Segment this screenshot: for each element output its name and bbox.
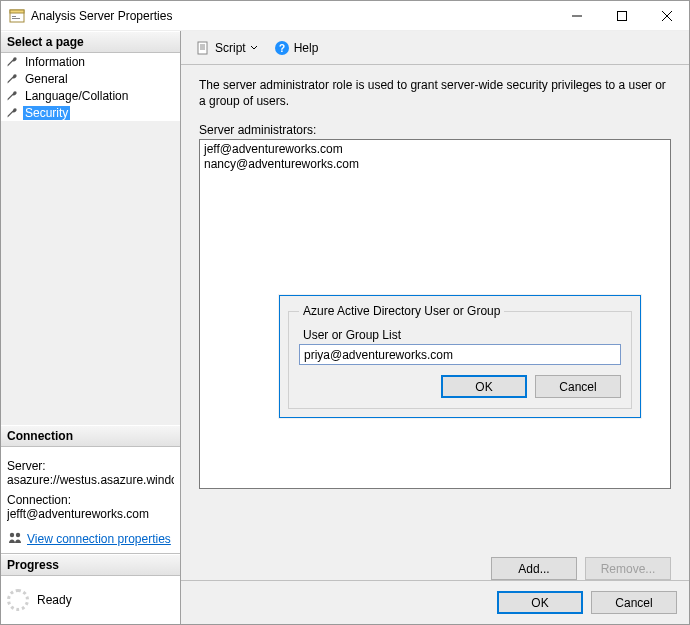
connection-section: Server: asazure://westus.asazure.windows… <box>1 447 180 554</box>
script-label: Script <box>215 41 246 55</box>
page-item-language-collation[interactable]: Language/Collation <box>1 87 180 104</box>
user-group-list-label: User or Group List <box>303 328 621 342</box>
progress-status: Ready <box>37 593 72 607</box>
dialog-group-title: Azure Active Directory User or Group <box>299 304 504 318</box>
progress-section: Ready <box>1 576 180 624</box>
svg-text:?: ? <box>279 43 285 54</box>
admins-label: Server administrators: <box>199 123 671 137</box>
page-item-security[interactable]: Security <box>1 104 180 121</box>
wrench-icon <box>5 72 19 86</box>
connection-value: jefft@adventureworks.com <box>7 507 174 521</box>
remove-button[interactable]: Remove... <box>585 557 671 580</box>
svg-point-5 <box>10 533 14 537</box>
server-label: Server: <box>7 459 174 473</box>
properties-icon <box>9 8 25 24</box>
minimize-button[interactable] <box>554 1 599 31</box>
maximize-button[interactable] <box>599 1 644 31</box>
user-group-list-input[interactable] <box>299 344 621 365</box>
svg-rect-3 <box>12 18 20 19</box>
help-icon: ? <box>274 40 290 56</box>
page-label: Information <box>23 55 87 69</box>
svg-rect-1 <box>10 10 24 13</box>
wrench-icon <box>5 89 19 103</box>
page-list: Information General Language/Collation S… <box>1 53 180 121</box>
progress-header: Progress <box>1 554 180 576</box>
window-title: Analysis Server Properties <box>31 9 554 23</box>
dialog-fieldset: Azure Active Directory User or Group Use… <box>288 304 632 409</box>
ok-button[interactable]: OK <box>497 591 583 614</box>
dialog-footer: OK Cancel <box>181 580 689 624</box>
titlebar: Analysis Server Properties <box>1 1 689 31</box>
svg-rect-7 <box>198 42 207 54</box>
dialog-ok-button[interactable]: OK <box>441 375 527 398</box>
list-item[interactable]: jeff@adventureworks.com <box>204 142 666 157</box>
progress-spinner-icon <box>7 589 29 611</box>
close-button[interactable] <box>644 1 689 31</box>
list-buttons-row: Add... Remove... <box>181 549 689 580</box>
dialog-cancel-button[interactable]: Cancel <box>535 375 621 398</box>
server-value: asazure://westus.asazure.windows <box>7 473 174 487</box>
aad-user-group-dialog: Azure Active Directory User or Group Use… <box>279 295 641 418</box>
script-button[interactable]: Script <box>189 36 264 60</box>
toolbar: Script ? Help <box>181 31 689 65</box>
page-label: Language/Collation <box>23 89 130 103</box>
add-button[interactable]: Add... <box>491 557 577 580</box>
content-area: The server administrator role is used to… <box>181 65 689 549</box>
page-label: Security <box>23 106 70 120</box>
page-item-general[interactable]: General <box>1 70 180 87</box>
svg-point-6 <box>16 533 20 537</box>
help-label: Help <box>294 41 319 55</box>
cancel-button[interactable]: Cancel <box>591 591 677 614</box>
connection-header: Connection <box>1 425 180 447</box>
right-panel: Script ? Help The server administrator r… <box>181 31 689 624</box>
connection-properties-icon <box>7 531 23 547</box>
script-icon <box>195 40 211 56</box>
svg-rect-2 <box>12 16 16 17</box>
select-page-header: Select a page <box>1 31 180 53</box>
page-label: General <box>23 72 70 86</box>
connection-label: Connection: <box>7 493 174 507</box>
svg-rect-4 <box>617 11 626 20</box>
description-text: The server administrator role is used to… <box>199 77 671 109</box>
left-panel: Select a page Information General Langua… <box>1 31 181 624</box>
wrench-icon <box>5 106 19 120</box>
dialog-window: Analysis Server Properties Select a page… <box>0 0 690 625</box>
list-item[interactable]: nancy@adventureworks.com <box>204 157 666 172</box>
page-item-information[interactable]: Information <box>1 53 180 70</box>
wrench-icon <box>5 55 19 69</box>
chevron-down-icon <box>250 44 258 52</box>
view-connection-properties-link[interactable]: View connection properties <box>27 532 171 546</box>
help-button[interactable]: ? Help <box>268 36 325 60</box>
